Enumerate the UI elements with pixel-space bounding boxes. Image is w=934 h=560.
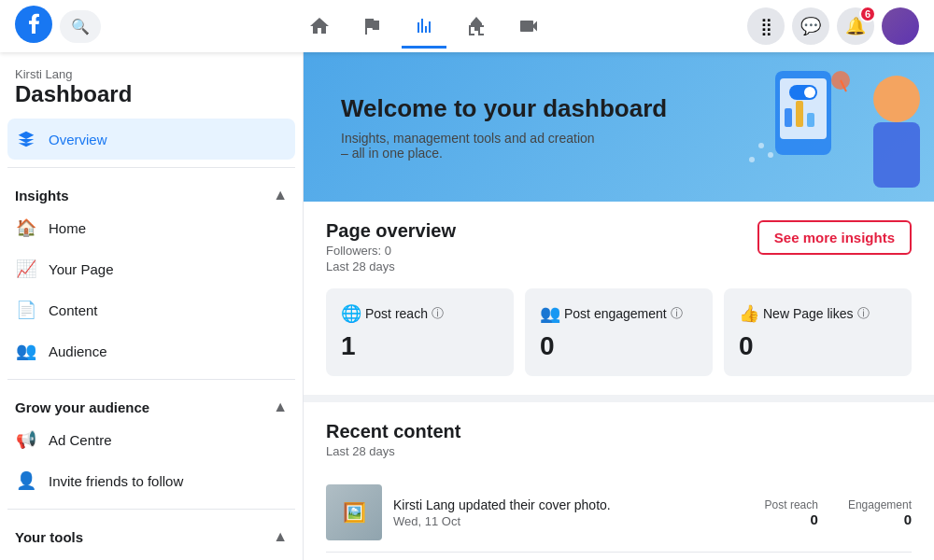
cover-photo-thumb: 🖼️	[326, 484, 382, 540]
insights-section-label: Insights	[15, 188, 69, 203]
content-engagement-value: 0	[848, 511, 912, 527]
search-bar[interactable]: 🔍	[60, 10, 101, 43]
post-reach-card: 🌐 Post reach ⓘ 1	[326, 288, 514, 376]
recent-content-period: Last 28 days	[326, 444, 460, 458]
post-engagement-info-icon[interactable]: ⓘ	[671, 305, 683, 322]
svg-rect-10	[873, 122, 920, 188]
sidebar-item-audience[interactable]: 👥 Audience	[7, 330, 295, 371]
content-post-reach-label: Post reach	[765, 498, 818, 511]
svg-point-4	[804, 87, 815, 98]
nav-insights-btn[interactable]	[402, 4, 446, 49]
sidebar-item-invite-friends[interactable]: 👤 Invite friends to follow	[7, 460, 295, 501]
content-label: Content	[49, 302, 98, 318]
new-page-likes-card: 👍 New Page likes ⓘ 0	[724, 288, 912, 376]
metrics-row: 🌐 Post reach ⓘ 1 👥 Post engagement ⓘ 0	[326, 288, 912, 376]
main-content: Welcome to your dashboard Insights, mana…	[304, 52, 934, 560]
content-item-metrics: Post reach 0 Engagement 0	[765, 498, 912, 527]
followers-label: Followers: 0	[326, 244, 456, 258]
svg-point-9	[873, 76, 920, 122]
svg-rect-7	[807, 113, 814, 127]
content-item: 👤 Kirsti Lang updated their profile pict…	[326, 553, 912, 560]
sidebar-item-ad-centre[interactable]: 📢 Ad Centre	[7, 419, 295, 460]
content-item-info: Kirsti Lang updated their cover photo. W…	[393, 497, 754, 528]
nav-video-btn[interactable]	[506, 4, 551, 49]
nav-center	[101, 4, 747, 49]
sidebar-section-tools[interactable]: Your tools ▲	[7, 517, 295, 549]
nav-flag-btn[interactable]	[349, 4, 394, 49]
sidebar-item-your-page[interactable]: 📈 Your Page	[7, 248, 295, 289]
home-label: Home	[49, 220, 86, 236]
hero-banner: Welcome to your dashboard Insights, mana…	[304, 52, 934, 202]
notifications-btn[interactable]: 🔔 6	[837, 7, 874, 45]
post-engagement-value: 0	[540, 331, 698, 361]
notification-badge: 6	[859, 6, 876, 22]
overview-info: Page overview Followers: 0 Last 28 days	[326, 220, 456, 273]
recent-content-section: Recent content Last 28 days 🖼️ Kirsti La…	[304, 402, 934, 560]
nav-ads-btn[interactable]	[454, 4, 499, 49]
your-page-label: Your Page	[49, 261, 114, 277]
see-more-insights-button[interactable]: See more insights	[757, 220, 912, 255]
page-trends-icon: 📈	[15, 258, 37, 280]
sidebar-item-overview[interactable]: Overview	[7, 119, 295, 160]
post-reach-value: 1	[341, 331, 499, 361]
post-reach-info-icon[interactable]: ⓘ	[432, 305, 444, 322]
profile-avatar[interactable]	[882, 7, 919, 45]
messenger-btn[interactable]: 💬	[792, 7, 829, 45]
content-engagement-col: Engagement 0	[848, 498, 912, 527]
content-item: 🖼️ Kirsti Lang updated their cover photo…	[326, 473, 912, 553]
nav-home-btn[interactable]	[297, 4, 342, 49]
post-reach-label: 🌐 Post reach ⓘ	[341, 303, 499, 324]
section-header: Page overview Followers: 0 Last 28 days …	[326, 220, 912, 273]
svg-rect-6	[796, 101, 803, 127]
apps-grid-btn[interactable]: ⣿	[747, 7, 785, 45]
sidebar-item-content[interactable]: 📄 Content	[7, 289, 295, 330]
layers-icon	[15, 128, 37, 150]
invite-friends-icon: 👤	[15, 469, 37, 492]
svg-point-12	[768, 152, 773, 158]
search-icon: 🔍	[71, 18, 90, 35]
divider-2	[7, 379, 295, 380]
page-overview-section: Page overview Followers: 0 Last 28 days …	[304, 202, 934, 395]
sidebar-item-achievements[interactable]: 🏆 Earn achievements for creating reels	[7, 549, 295, 560]
recent-content-title: Recent content	[326, 421, 460, 442]
grow-chevron-up-icon: ▲	[273, 399, 288, 415]
grow-section-label: Grow your audience	[15, 399, 149, 415]
overview-period: Last 28 days	[326, 259, 456, 273]
overview-label: Overview	[49, 132, 107, 147]
tools-chevron-up-icon: ▲	[273, 528, 288, 545]
divider-3	[7, 509, 295, 510]
content-item-date: Wed, 11 Oct	[393, 514, 754, 528]
thumbs-up-icon: 👍	[739, 303, 759, 324]
tools-section-label: Your tools	[15, 529, 83, 545]
content-item-title: Kirsti Lang updated their cover photo.	[393, 497, 754, 512]
main-layout: Kirsti Lang Dashboard Overview Insights …	[0, 52, 934, 560]
new-likes-info-icon[interactable]: ⓘ	[857, 305, 870, 322]
post-engagement-card: 👥 Post engagement ⓘ 0	[525, 288, 713, 376]
sidebar-page-title: Dashboard	[7, 81, 295, 107]
new-page-likes-label: 👍 New Page likes ⓘ	[739, 303, 897, 324]
svg-point-13	[749, 157, 755, 162]
sidebar-section-insights[interactable]: Insights ▲	[7, 175, 295, 207]
sidebar-item-home[interactable]: 🏠 Home	[7, 207, 295, 248]
divider-1	[7, 167, 295, 168]
new-page-likes-value: 0	[739, 331, 897, 361]
content-post-reach-value: 0	[765, 511, 818, 527]
invite-friends-label: Invite friends to follow	[49, 473, 183, 489]
people-icon: 👥	[540, 303, 560, 324]
hero-subtitle: Insights, management tools and ad creati…	[341, 131, 602, 161]
globe-icon: 🌐	[341, 303, 361, 324]
content-icon: 📄	[15, 299, 37, 321]
page-overview-title: Page overview	[326, 220, 456, 242]
nav-right: ⣿ 💬 🔔 6	[747, 7, 919, 45]
svg-rect-5	[785, 108, 792, 127]
content-engagement-label: Engagement	[848, 498, 912, 511]
recent-section-header: Recent content Last 28 days	[326, 421, 912, 458]
audience-label: Audience	[49, 343, 107, 359]
sidebar-section-grow[interactable]: Grow your audience ▲	[7, 387, 295, 419]
hero-illustration	[607, 52, 934, 202]
svg-point-11	[758, 143, 764, 148]
audience-icon: 👥	[15, 340, 37, 362]
top-nav: 🔍 ⣿ 💬 🔔 6	[0, 0, 934, 52]
facebook-logo[interactable]	[15, 6, 52, 47]
sidebar-user-name: Kirsti Lang	[7, 67, 295, 81]
